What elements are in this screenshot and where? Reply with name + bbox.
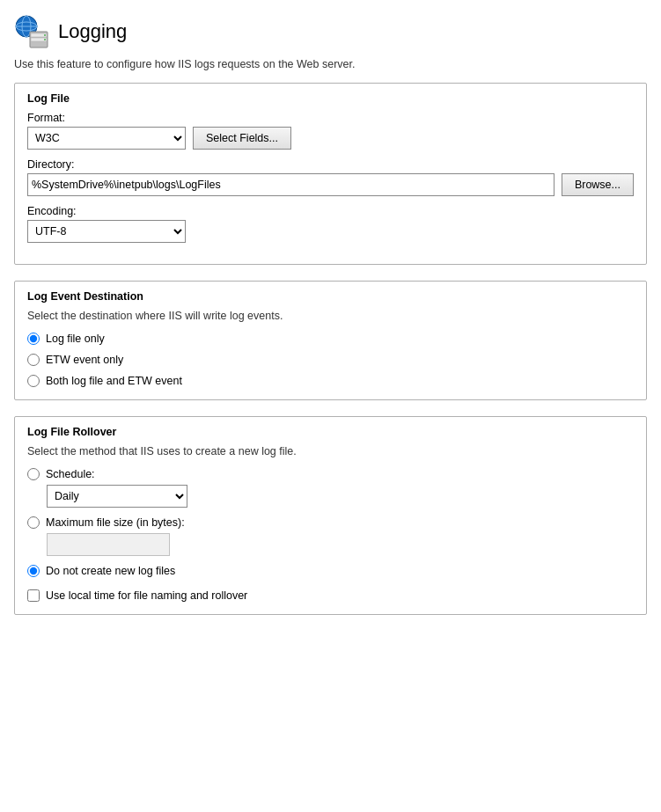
log-event-description: Select the destination where IIS will wr… bbox=[27, 310, 634, 322]
select-fields-button[interactable]: Select Fields... bbox=[193, 127, 291, 150]
radio-log-file-only-label: Log file only bbox=[46, 333, 105, 345]
page-header: Logging bbox=[14, 14, 647, 49]
schedule-select[interactable]: Daily Weekly Monthly Hourly bbox=[47, 485, 187, 508]
radio-do-not-create-label: Do not create new log files bbox=[46, 565, 175, 577]
local-time-checkbox[interactable] bbox=[27, 589, 40, 602]
page-description: Use this feature to configure how IIS lo… bbox=[14, 58, 647, 70]
radio-schedule-input[interactable] bbox=[27, 468, 40, 480]
format-select[interactable]: W3C IIS NCSA Custom bbox=[27, 127, 186, 150]
logging-icon bbox=[14, 14, 49, 49]
radio-log-file-only-input[interactable] bbox=[27, 333, 40, 345]
encoding-row: UTF-8 ANSI bbox=[27, 220, 634, 243]
directory-label: Directory: bbox=[27, 158, 634, 171]
radio-schedule[interactable]: Schedule: bbox=[27, 468, 634, 480]
schedule-sub: Daily Weekly Monthly Hourly bbox=[47, 485, 634, 508]
checkbox-local-time[interactable]: Use local time for file naming and rollo… bbox=[27, 589, 634, 602]
log-event-legend: Log Event Destination bbox=[27, 290, 634, 303]
encoding-select[interactable]: UTF-8 ANSI bbox=[27, 220, 186, 243]
radio-both-label: Both log file and ETW event bbox=[46, 375, 182, 387]
log-event-radio-group: Log file only ETW event only Both log fi… bbox=[27, 333, 634, 387]
log-event-section: Log Event Destination Select the destina… bbox=[14, 281, 647, 400]
radio-both[interactable]: Both log file and ETW event bbox=[27, 375, 634, 387]
radio-log-file-only[interactable]: Log file only bbox=[27, 333, 634, 345]
max-file-size-sub bbox=[47, 533, 634, 556]
schedule-option-container: Schedule: Daily Weekly Monthly Hourly bbox=[27, 468, 634, 508]
radio-both-input[interactable] bbox=[27, 375, 40, 387]
page-title: Logging bbox=[58, 20, 127, 43]
log-file-legend: Log File bbox=[27, 92, 634, 105]
browse-button[interactable]: Browse... bbox=[562, 173, 634, 196]
format-label: Format: bbox=[27, 112, 634, 124]
radio-etw-event-only-label: ETW event only bbox=[46, 354, 123, 366]
svg-point-7 bbox=[44, 34, 46, 36]
log-rollover-section: Log File Rollover Select the method that… bbox=[14, 416, 647, 615]
radio-schedule-label: Schedule: bbox=[46, 468, 95, 480]
radio-max-file-size-label: Maximum file size (in bytes): bbox=[46, 516, 185, 529]
radio-etw-event-only[interactable]: ETW event only bbox=[27, 354, 634, 366]
directory-input[interactable] bbox=[27, 173, 555, 196]
encoding-label: Encoding: bbox=[27, 205, 634, 217]
local-time-container: Use local time for file naming and rollo… bbox=[27, 589, 634, 602]
radio-do-not-create[interactable]: Do not create new log files bbox=[27, 565, 634, 577]
log-rollover-radio-group: Schedule: Daily Weekly Monthly Hourly Ma… bbox=[27, 468, 634, 577]
radio-etw-event-only-input[interactable] bbox=[27, 354, 40, 366]
max-file-size-option-container: Maximum file size (in bytes): bbox=[27, 516, 634, 556]
svg-point-8 bbox=[44, 39, 46, 40]
directory-row: Browse... bbox=[27, 173, 634, 196]
log-file-section: Log File Format: W3C IIS NCSA Custom Sel… bbox=[14, 83, 647, 265]
local-time-label: Use local time for file naming and rollo… bbox=[46, 589, 247, 602]
max-file-size-input[interactable] bbox=[47, 533, 170, 556]
radio-do-not-create-input[interactable] bbox=[27, 565, 40, 577]
format-row: W3C IIS NCSA Custom Select Fields... bbox=[27, 127, 634, 150]
log-rollover-description: Select the method that IIS uses to creat… bbox=[27, 445, 634, 457]
log-rollover-legend: Log File Rollover bbox=[27, 426, 634, 438]
radio-max-file-size[interactable]: Maximum file size (in bytes): bbox=[27, 516, 634, 529]
radio-max-file-size-input[interactable] bbox=[27, 516, 40, 529]
